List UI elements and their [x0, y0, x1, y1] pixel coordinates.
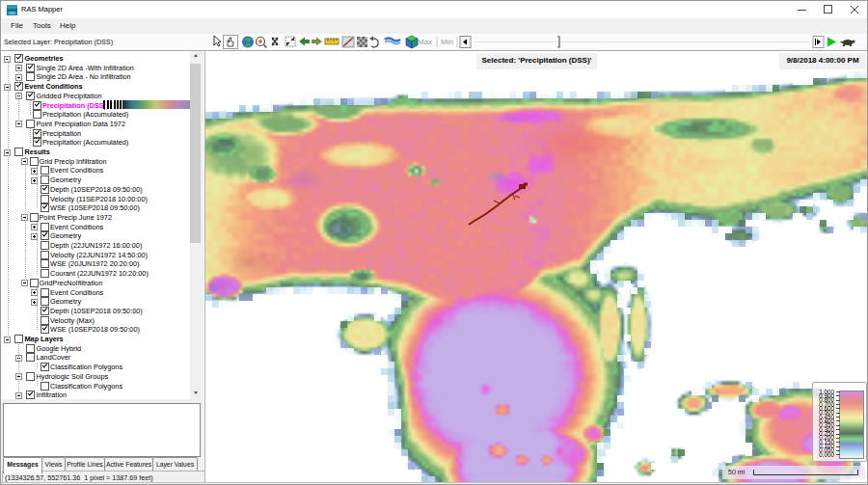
svg-text:RAS: RAS — [9, 12, 16, 15]
svg-text:Max: Max — [418, 38, 432, 46]
svg-text:Min: Min — [441, 38, 453, 46]
